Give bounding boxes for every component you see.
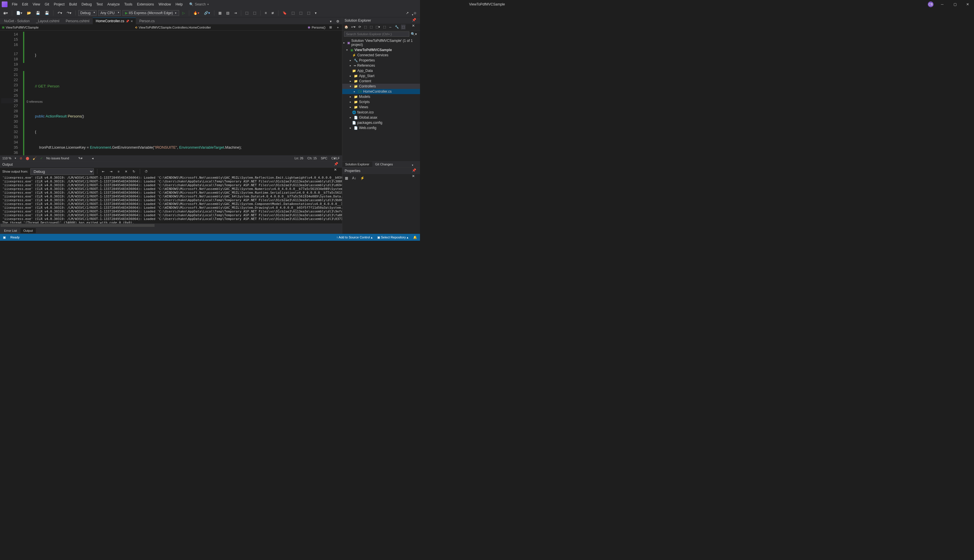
scrollbar[interactable] bbox=[339, 31, 342, 155]
h-scrollbar[interactable] bbox=[1, 224, 155, 227]
se-sync-icon[interactable]: ⟳ bbox=[358, 25, 362, 30]
code-editor[interactable]: 141516 171819202122232425262728293031323… bbox=[0, 31, 342, 155]
codelens[interactable]: 0 references bbox=[23, 99, 339, 103]
se-dropdown-icon[interactable]: ▾ bbox=[411, 12, 418, 17]
save-all-button[interactable]: 💾 bbox=[43, 10, 50, 16]
menu-view[interactable]: View bbox=[31, 1, 42, 8]
config-dropdown[interactable]: Debug bbox=[78, 10, 97, 16]
nav-back-button[interactable]: ◉▾ bbox=[2, 10, 9, 16]
tree-packages[interactable]: 📄packages.config bbox=[342, 120, 420, 125]
brush-icon[interactable]: ✎▾ bbox=[78, 157, 83, 160]
error-icon[interactable]: ⊘ bbox=[20, 157, 22, 160]
tb-7[interactable]: ⬚ bbox=[298, 10, 304, 16]
select-repository[interactable]: ▣ Select Repository ▴ bbox=[377, 235, 408, 239]
tab-person-cs[interactable]: Person.cs bbox=[136, 18, 157, 24]
run-iis-button[interactable]: ▶IIS Express (Microsoft Edge)▾ bbox=[122, 10, 179, 16]
start-without-debug-button[interactable]: ▷ bbox=[181, 10, 186, 16]
tab-nuget[interactable]: NuGet - Solution bbox=[1, 18, 33, 24]
live-share-button[interactable]: ↗ bbox=[404, 10, 410, 16]
menu-debug[interactable]: Debug bbox=[79, 1, 94, 8]
bc-class[interactable]: ⬖ViewToPdfMVCSample.Controllers.HomeCont… bbox=[135, 25, 211, 29]
menu-build[interactable]: Build bbox=[67, 1, 79, 8]
tb-5[interactable]: ⬚ bbox=[252, 10, 258, 16]
tree-controllers[interactable]: ▾📁Controllers bbox=[342, 84, 420, 89]
pin-icon[interactable]: 📌 bbox=[411, 167, 418, 173]
tb-8[interactable]: ⬚ bbox=[306, 10, 312, 16]
menu-extensions[interactable]: Extensions bbox=[135, 1, 156, 8]
menu-analyze[interactable]: Analyze bbox=[105, 1, 122, 8]
output-source-dropdown[interactable]: Debug bbox=[30, 168, 94, 175]
tree-connected-services[interactable]: ⚡Connected Services bbox=[342, 53, 420, 58]
close-tab-icon[interactable]: ✕ bbox=[130, 20, 133, 23]
tb-4[interactable]: ⬚ bbox=[244, 10, 250, 16]
tree-views[interactable]: ▸📁Views bbox=[342, 105, 420, 110]
tree-global[interactable]: ▸📄Global.asax bbox=[342, 115, 420, 120]
se-btn[interactable]: ⬚▾ bbox=[375, 25, 381, 30]
props-az-icon[interactable]: A↓ bbox=[351, 175, 358, 181]
tab-error-list[interactable]: Error List bbox=[1, 228, 20, 233]
menu-git[interactable]: Git bbox=[43, 1, 51, 8]
tb-3[interactable]: ⇥ bbox=[232, 10, 238, 16]
solution-tree[interactable]: ▸▣Solution 'ViewToPdfMVCSample' (1 of 1 … bbox=[342, 38, 420, 161]
char-pos[interactable]: Ch: 15 bbox=[307, 157, 317, 160]
tree-appdata[interactable]: 📁App_Data bbox=[342, 68, 420, 73]
tab-persons-cshtml[interactable]: Persons.cshtml bbox=[63, 18, 92, 24]
menu-window[interactable]: Window bbox=[157, 1, 173, 8]
tree-favicon[interactable]: 🌐favicon.ico bbox=[342, 110, 420, 115]
tab-homecontroller[interactable]: HomeController.cs📌✕ bbox=[93, 18, 136, 24]
tree-solution[interactable]: ▸▣Solution 'ViewToPdfMVCSample' (1 of 1 … bbox=[342, 38, 420, 47]
tree-content[interactable]: ▸📁Content bbox=[342, 78, 420, 84]
notifications-icon[interactable]: 🔔 bbox=[413, 235, 417, 239]
add-button[interactable]: + bbox=[336, 25, 340, 30]
se-btn[interactable]: ⬚ bbox=[363, 25, 368, 30]
tab-layout[interactable]: _Layout.cshtml bbox=[33, 18, 62, 24]
props-events-icon[interactable]: ⚡ bbox=[359, 175, 366, 181]
se-home-icon[interactable]: 🏠 bbox=[343, 25, 349, 30]
se-btn[interactable]: ↔ bbox=[388, 25, 393, 30]
tab-output[interactable]: Output bbox=[20, 228, 36, 233]
se-btn[interactable]: ⬚ bbox=[369, 25, 374, 30]
menu-edit[interactable]: Edit bbox=[20, 1, 30, 8]
undo-button[interactable]: ↶▾ bbox=[56, 10, 63, 16]
gear-icon[interactable]: ⚙ bbox=[335, 18, 341, 24]
out-btn-3[interactable]: ≡ bbox=[116, 169, 121, 174]
se-tab-git[interactable]: Git Changes bbox=[373, 162, 396, 167]
platform-dropdown[interactable]: Any CPU bbox=[98, 10, 120, 16]
tree-scripts[interactable]: ▸📁Scripts bbox=[342, 99, 420, 105]
browser-link-button[interactable]: 🔗▾ bbox=[202, 10, 211, 16]
menu-file[interactable]: File bbox=[10, 1, 19, 8]
uncomment-button[interactable]: ≢ bbox=[270, 10, 276, 16]
save-button[interactable]: 💾 bbox=[34, 10, 42, 16]
indent-mode[interactable]: SPC bbox=[321, 157, 327, 160]
menu-help[interactable]: Help bbox=[174, 1, 185, 8]
out-btn-1[interactable]: ⇤ bbox=[100, 169, 106, 174]
se-wrench-icon[interactable]: 🔧 bbox=[394, 25, 400, 30]
tree-appstart[interactable]: ▸📁App_Start bbox=[342, 73, 420, 78]
pane-dropdown-icon[interactable]: ▾ bbox=[332, 157, 340, 161]
tb-9[interactable]: ▾ bbox=[313, 10, 318, 16]
out-btn-2[interactable]: ⇥ bbox=[108, 169, 114, 174]
new-button[interactable]: 📄▾ bbox=[15, 10, 24, 16]
props-cat-icon[interactable]: ▦ bbox=[343, 175, 349, 181]
se-btn[interactable]: ⬚ bbox=[401, 25, 406, 30]
cleanup-icon[interactable]: 🧹 bbox=[33, 157, 37, 160]
pin-icon[interactable]: 📌 bbox=[411, 17, 418, 23]
search-box[interactable]: 🔍 Search ▾ bbox=[189, 2, 209, 7]
split-button[interactable]: ⊞ bbox=[328, 25, 333, 30]
error-badge-icon[interactable]: ⬤ bbox=[26, 157, 29, 160]
se-search-input[interactable] bbox=[344, 32, 409, 37]
line-pos[interactable]: Ln: 26 bbox=[295, 157, 304, 160]
tb-2[interactable]: ▤ bbox=[225, 10, 231, 16]
hot-reload-button[interactable]: 🔥▾ bbox=[192, 10, 201, 16]
se-tab-explorer[interactable]: Solution Explorer bbox=[342, 162, 373, 167]
code-content[interactable]: } // GET: Person 0 references public Act… bbox=[23, 31, 339, 155]
se-back-icon[interactable]: ↩▾ bbox=[350, 25, 356, 30]
tree-project[interactable]: ▾▣ViewToPdfMVCSample bbox=[342, 47, 420, 53]
pin-icon[interactable]: 📌 bbox=[126, 20, 129, 23]
redo-button[interactable]: ↷▾ bbox=[65, 10, 73, 16]
close-icon[interactable]: ✕ bbox=[411, 173, 418, 179]
tb-6[interactable]: ⬚ bbox=[290, 10, 296, 16]
out-btn-4[interactable]: ✕ bbox=[124, 169, 129, 174]
search-icon[interactable]: 🔍▾ bbox=[409, 31, 418, 37]
menu-project[interactable]: Project bbox=[52, 1, 67, 8]
